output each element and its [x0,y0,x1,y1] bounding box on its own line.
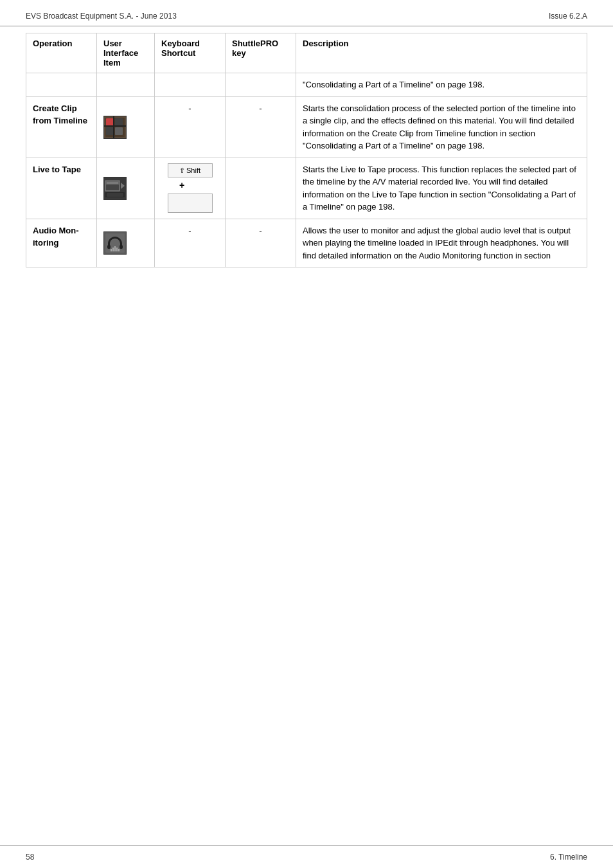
create-clip-icon [103,116,127,139]
col-header-operation: Operation [26,33,97,73]
svg-rect-22 [112,248,114,251]
ui-cell [97,219,155,267]
shuttle-dash: - [259,226,262,235]
svg-rect-20 [120,245,123,249]
empty-key-box [168,194,213,213]
svg-rect-23 [114,246,116,251]
col-header-keyboard: Keyboard Shortcut [155,33,226,73]
col-header-description: Description [296,33,587,73]
table-row: "Consolidating a Part of a Timeline" on … [26,73,587,97]
keyboard-dash: - [188,226,191,235]
keyboard-cell: - [155,219,226,267]
svg-rect-3 [106,127,114,135]
description-cell: "Consolidating a Part of a Timeline" on … [296,73,587,97]
keyboard-cell: ⇧ Shift + [155,158,226,219]
svg-rect-24 [116,248,118,251]
keyboard-cell: - [155,96,226,158]
operation-label: Create Clip from Timeline [33,104,87,126]
shuttle-cell [226,158,296,219]
ui-cell [97,158,155,219]
create-clip-svg [104,116,126,138]
live-tape-svg [104,177,126,199]
audio-monitoring-icon [103,231,127,255]
svg-rect-21 [111,249,112,251]
operation-cell: Create Clip from Timeline [26,96,97,158]
operation-label: Live to Tape [33,165,81,174]
shift-key: ⇧ Shift [168,163,213,178]
col-header-shuttle: ShuttlePRO key [226,33,296,73]
header-left: EVS Broadcast Equipment S.A. - June 2013 [26,12,177,21]
svg-rect-13 [107,182,118,184]
svg-rect-25 [118,249,120,251]
ui-cell [97,96,155,158]
ui-cell [97,73,155,97]
keyboard-cell [155,73,226,97]
description-cell: Starts the Live to Tape process. This fu… [296,158,587,219]
audio-svg [104,232,126,254]
keyboard-dash: - [188,104,191,113]
live-to-tape-icon [103,177,127,200]
footer-section: 6. Timeline [550,853,587,862]
description-cell: Starts the consolidation process of the … [296,96,587,158]
svg-rect-19 [107,245,111,249]
operation-label: Audio Mon- itoring [33,226,78,248]
shuttle-cell: - [226,96,296,158]
table-row: Audio Mon- itoring [26,219,587,267]
shift-text: Shift [186,165,200,176]
svg-rect-4 [115,118,123,126]
plus-sign: + [179,179,184,192]
footer-page-number: 58 [26,853,34,862]
table-row: Live to Tape [26,158,587,219]
table-row: Create Clip from Timeline [26,96,587,158]
header-right: Issue 6.2.A [549,12,587,21]
operation-cell: Audio Mon- itoring [26,219,97,267]
main-table: Operation User Interface Item Keyboard S… [26,33,587,267]
svg-rect-16 [107,193,123,197]
shuttle-dash: - [259,104,262,113]
col-header-ui: User Interface Item [97,33,155,73]
description-cell: Allows the user to monitor and adjust th… [296,219,587,267]
operation-cell [26,73,97,97]
svg-rect-2 [106,118,114,126]
shuttle-cell: - [226,219,296,267]
operation-cell: Live to Tape [26,158,97,219]
shift-arrow: ⇧ [179,165,185,176]
shuttle-cell [226,73,296,97]
keyboard-shortcut-container: ⇧ Shift + [161,163,218,213]
svg-rect-5 [115,127,123,135]
